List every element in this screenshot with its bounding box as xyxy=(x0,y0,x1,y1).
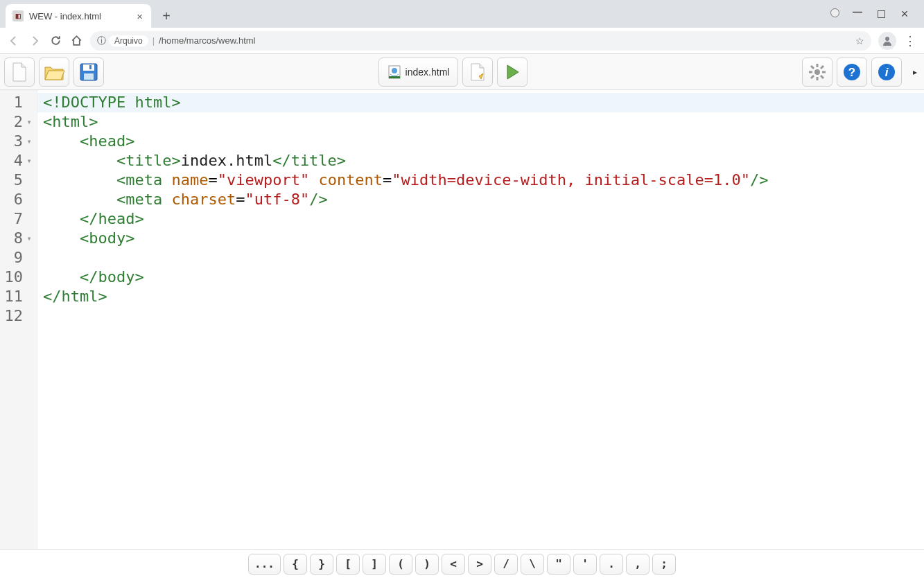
symbol-button[interactable]: , xyxy=(626,554,650,575)
bookmark-star-icon[interactable]: ☆ xyxy=(855,35,864,46)
symbol-button[interactable]: . xyxy=(600,554,623,575)
site-info-icon[interactable]: ⓘ xyxy=(97,35,106,47)
open-file-button[interactable] xyxy=(39,58,69,87)
line-number: 12 xyxy=(4,306,34,326)
address-path: /home/marcos/wew.html xyxy=(159,35,255,46)
back-button[interactable] xyxy=(7,34,21,48)
line-number: 10 xyxy=(4,268,34,287)
help-button[interactable]: ? xyxy=(837,58,867,87)
maximize-button[interactable] xyxy=(875,8,887,19)
symbol-button[interactable]: \ xyxy=(521,554,544,575)
browser-menu-button[interactable]: ⋮ xyxy=(903,34,917,48)
svg-line-13 xyxy=(811,66,814,69)
line-number: 2▾ xyxy=(4,112,34,132)
line-number: 7 xyxy=(4,209,34,229)
svg-rect-7 xyxy=(389,76,400,78)
forward-button[interactable] xyxy=(28,34,42,48)
symbol-button[interactable]: ... xyxy=(248,554,281,575)
line-number: 1 xyxy=(4,93,34,112)
symbol-button[interactable]: } xyxy=(310,554,333,575)
line-number: 6 xyxy=(4,190,34,209)
symbol-bar: ...{}[]()<>/\"'.,; xyxy=(0,549,924,578)
symbol-button[interactable]: { xyxy=(284,554,307,575)
close-tab-icon[interactable]: × xyxy=(137,10,143,22)
file-tab[interactable]: index.html xyxy=(378,58,459,87)
line-number: 3▾ xyxy=(4,132,34,151)
address-field[interactable]: ⓘ Arquivo | /home/marcos/wew.html ☆ xyxy=(90,31,871,51)
svg-point-6 xyxy=(392,68,397,73)
code-line[interactable] xyxy=(43,306,918,326)
address-scheme-label: Arquivo xyxy=(109,35,148,46)
close-window-button[interactable]: × xyxy=(899,8,910,19)
symbol-button[interactable]: " xyxy=(547,554,570,575)
svg-point-8 xyxy=(814,69,820,75)
code-line[interactable]: <meta charset="utf-8"/> xyxy=(43,190,918,209)
info-button[interactable]: i xyxy=(871,58,902,87)
line-number: 11 xyxy=(4,287,34,306)
line-gutter: 12▾3▾4▾5678▾9101112 xyxy=(0,90,37,549)
code-line[interactable] xyxy=(43,248,918,268)
svg-point-0 xyxy=(885,37,889,41)
app-toolbar: index.html ? i ▸ xyxy=(0,54,924,90)
code-line[interactable]: <html> xyxy=(43,112,918,132)
preview-button[interactable] xyxy=(462,58,493,87)
browser-tab[interactable]: ◧ WEW - index.html × xyxy=(6,4,151,28)
minimize-button[interactable]: — xyxy=(852,6,863,17)
line-number: 8▾ xyxy=(4,229,34,248)
code-content[interactable]: <!DOCTYPE html><html> <head> <title>inde… xyxy=(37,90,924,549)
symbol-button[interactable]: ; xyxy=(652,554,676,575)
code-line[interactable]: <!DOCTYPE html> xyxy=(37,93,924,112)
code-line[interactable]: <meta name="viewport" content="width=dev… xyxy=(43,170,918,190)
save-file-button[interactable] xyxy=(73,58,104,87)
line-number: 9 xyxy=(4,248,34,268)
code-line[interactable]: </body> xyxy=(43,268,918,287)
code-editor[interactable]: 12▾3▾4▾5678▾9101112 <!DOCTYPE html><html… xyxy=(0,90,924,549)
symbol-button[interactable]: ( xyxy=(389,554,412,575)
profile-button[interactable] xyxy=(878,32,896,50)
favicon-icon: ◧ xyxy=(12,10,24,21)
svg-line-14 xyxy=(821,76,823,78)
line-number: 5 xyxy=(4,170,34,190)
code-line[interactable]: </html> xyxy=(43,287,918,306)
run-button[interactable] xyxy=(497,58,528,87)
svg-rect-3 xyxy=(84,73,94,80)
new-file-button[interactable] xyxy=(4,58,35,87)
svg-rect-4 xyxy=(89,65,91,69)
svg-line-16 xyxy=(811,76,814,78)
code-line[interactable]: <title>index.html</title> xyxy=(43,151,918,170)
reload-button[interactable] xyxy=(49,34,62,48)
window-controls: — × xyxy=(830,8,918,19)
svg-text:?: ? xyxy=(848,66,855,79)
svg-line-15 xyxy=(821,66,823,69)
symbol-button[interactable]: [ xyxy=(336,554,360,575)
new-tab-button[interactable]: + xyxy=(157,6,176,26)
settings-button[interactable] xyxy=(802,58,833,87)
line-number: 4▾ xyxy=(4,151,34,170)
symbol-button[interactable]: > xyxy=(468,554,491,575)
home-button[interactable] xyxy=(69,34,83,48)
code-line[interactable]: <head> xyxy=(43,132,918,151)
code-line[interactable]: <body> xyxy=(43,229,918,248)
browser-tabstrip: ◧ WEW - index.html × + — × xyxy=(0,0,924,28)
symbol-button[interactable]: ] xyxy=(363,554,386,575)
symbol-button[interactable]: ) xyxy=(415,554,439,575)
code-line[interactable]: </head> xyxy=(43,209,918,229)
browser-address-bar: ⓘ Arquivo | /home/marcos/wew.html ☆ ⋮ xyxy=(0,28,924,54)
svg-rect-2 xyxy=(83,64,94,71)
symbol-button[interactable]: < xyxy=(442,554,465,575)
toolbar-overflow-button[interactable]: ▸ xyxy=(910,67,920,77)
symbol-button[interactable]: ' xyxy=(573,554,597,575)
file-tab-label: index.html xyxy=(406,67,450,78)
window-indicator-icon[interactable] xyxy=(830,8,839,17)
symbol-button[interactable]: / xyxy=(494,554,518,575)
tab-title: WEW - index.html xyxy=(29,11,101,21)
